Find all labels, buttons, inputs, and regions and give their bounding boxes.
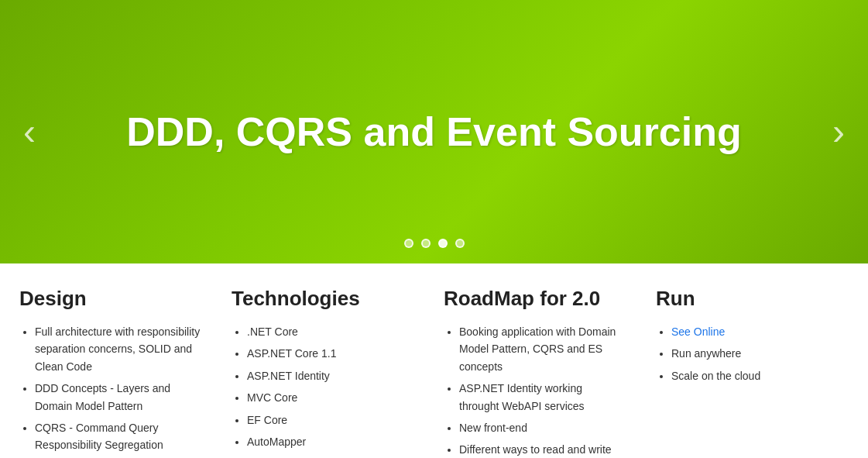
run-list: See Online Run anywhere Scale on the clo… [656,323,837,384]
list-item: See Online [671,323,837,340]
carousel-dot-1[interactable] [404,239,413,248]
list-item: Booking application with Domain Model Pa… [459,323,625,375]
technologies-title: Technologies [232,287,413,311]
roadmap-list: Booking application with Domain Model Pa… [444,323,625,458]
design-title: Design [19,287,201,311]
technologies-column: Technologies .NET Core ASP.NET Core 1.1 … [216,287,428,458]
carousel-dots [404,239,465,248]
list-item: Different ways to read and write data. [459,441,625,458]
technologies-list: .NET Core ASP.NET Core 1.1 ASP.NET Ident… [232,323,413,458]
list-item: Full architecture with responsibility se… [35,323,201,375]
list-item: ASP.NET Identity [247,367,413,384]
list-item: .NET Core [247,323,413,340]
roadmap-column: RoadMap for 2.0 Booking application with… [428,287,640,458]
carousel-prev-button[interactable]: ‹ [23,113,36,150]
list-item: CQRS - Command Query Responsibility Segr… [35,419,201,454]
run-column: Run See Online Run anywhere Scale on the… [640,287,853,458]
carousel-dot-4[interactable] [455,239,465,248]
carousel-dot-3[interactable] [438,239,448,248]
hero-carousel: ‹ DDD, CQRS and Event Sourcing › [0,0,868,263]
list-item: AutoMapper [247,433,413,450]
design-list: Full architecture with responsibility se… [19,323,201,458]
design-column: Design Full architecture with responsibi… [15,287,216,458]
list-item: Dapper [247,455,413,458]
content-section: Design Full architecture with responsibi… [0,263,868,458]
list-item: Run anywhere [671,345,837,362]
carousel-dot-2[interactable] [421,239,431,248]
list-item: ASP.NET Identity working throught WebAPI… [459,380,625,415]
run-title: Run [656,287,837,311]
list-item: New front-end [459,419,625,436]
hero-title: DDD, CQRS and Event Sourcing [126,108,742,155]
list-item: MVC Core [247,389,413,406]
list-item: EF Core [247,412,413,429]
see-online-link[interactable]: See Online [671,325,725,338]
list-item: ASP.NET Core 1.1 [247,345,413,362]
list-item: Scale on the cloud [671,367,837,384]
list-item: DDD Concepts - Layers and Domain Model P… [35,380,201,415]
carousel-next-button[interactable]: › [832,113,845,150]
roadmap-title: RoadMap for 2.0 [444,287,625,311]
